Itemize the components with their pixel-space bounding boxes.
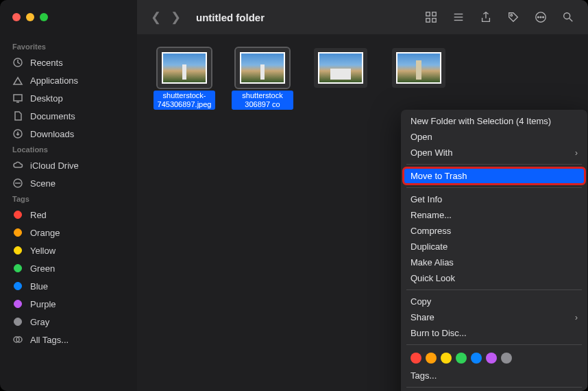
sidebar-item[interactable]: Green <box>0 259 137 277</box>
svg-point-12 <box>564 13 570 19</box>
menu-item-label: Duplicate <box>411 241 448 252</box>
menu-item-label: Quick Look <box>411 273 455 283</box>
minimize-window-button[interactable] <box>26 13 34 21</box>
group-icon[interactable] <box>452 11 465 23</box>
menu-item-label: Open <box>411 132 432 142</box>
menu-item[interactable]: Open With› <box>401 145 587 161</box>
file-thumbnail <box>236 48 289 88</box>
menu-item[interactable]: Make Alias <box>401 254 587 270</box>
sidebar-item-label: Blue <box>30 281 48 292</box>
sidebar-item-label: Purple <box>30 299 56 309</box>
menu-item[interactable]: New Folder with Selection (4 Items) <box>401 113 587 129</box>
sidebar-item-label: Scene <box>30 178 56 189</box>
svg-rect-15 <box>14 95 22 101</box>
close-window-button[interactable] <box>12 13 21 21</box>
tag-color-button[interactable] <box>501 353 512 364</box>
menu-item-label: Make Alias <box>411 257 454 268</box>
svg-point-10 <box>540 16 541 18</box>
menu-item[interactable]: Copy <box>401 294 587 309</box>
menu-item[interactable]: Rename... <box>401 207 587 223</box>
menu-item[interactable]: Share› <box>401 309 587 325</box>
tag-color-button[interactable] <box>471 353 482 364</box>
tag-color-button[interactable] <box>426 353 437 364</box>
all-tags-icon <box>12 334 23 345</box>
search-icon[interactable] <box>562 11 574 23</box>
sidebar-item[interactable]: All Tags... <box>0 331 137 348</box>
menu-item[interactable]: Quick Look <box>401 270 587 286</box>
share-icon[interactable] <box>480 11 492 23</box>
tag-color-button[interactable] <box>411 353 421 364</box>
menu-item-label: New Folder with Selection (4 Items) <box>411 116 551 126</box>
sidebar-item-label: Green <box>30 263 55 274</box>
menu-item-label: Rename... <box>411 210 452 220</box>
sidebar-item[interactable]: Purple <box>0 295 137 313</box>
view-grid-icon[interactable] <box>425 11 437 23</box>
menu-item[interactable]: Tags... <box>401 368 587 383</box>
menu-item[interactable]: Compress <box>401 223 587 239</box>
fullscreen-window-button[interactable] <box>40 13 48 21</box>
tag-dot-icon <box>12 227 23 238</box>
sidebar-item[interactable]: Blue <box>0 277 137 295</box>
doc-icon <box>12 110 23 121</box>
sidebar-item[interactable]: iCloud Drive <box>0 156 137 174</box>
sidebar-section-header: Favorites <box>0 40 137 54</box>
menu-item[interactable]: Move to Trash <box>404 168 585 184</box>
menu-item[interactable]: Open <box>401 129 587 145</box>
menu-item-label: Get Info <box>411 194 442 204</box>
svg-point-7 <box>511 14 513 16</box>
sidebar-item-label: Downloads <box>30 129 74 139</box>
sidebar-item[interactable]: Recents <box>0 54 137 71</box>
tag-color-button[interactable] <box>441 353 452 364</box>
menu-item[interactable]: Burn to Disc... <box>401 325 587 341</box>
sidebar-item-label: Gray <box>30 317 49 327</box>
actions-icon[interactable] <box>535 11 547 23</box>
sidebar-item[interactable]: Scene <box>0 174 137 192</box>
file-item[interactable]: shutterstock 306897 co <box>232 48 293 110</box>
menu-item-label: Open With <box>411 147 452 158</box>
sidebar-item[interactable]: Red <box>0 206 137 224</box>
file-item[interactable] <box>310 48 371 88</box>
sidebar-item-label: Applications <box>30 75 78 86</box>
forward-button[interactable]: ❯ <box>171 10 181 25</box>
svg-rect-0 <box>426 12 430 16</box>
sidebar-item[interactable]: Orange <box>0 224 137 241</box>
svg-point-11 <box>543 16 544 18</box>
tag-dot-icon <box>12 298 23 309</box>
sidebar-item[interactable]: Downloads <box>0 125 137 143</box>
tag-color-button[interactable] <box>456 353 467 364</box>
menu-item-label: Copy <box>411 296 431 307</box>
menu-tag-colors <box>401 348 587 368</box>
file-item[interactable]: shutterstock-745306897.jpeg <box>154 48 215 110</box>
menu-item-label: Tags... <box>411 370 437 381</box>
apps-icon <box>12 75 23 86</box>
back-button[interactable]: ❮ <box>151 10 161 25</box>
toolbar-actions <box>425 11 574 23</box>
tag-icon[interactable] <box>507 11 519 23</box>
menu-item[interactable]: Duplicate <box>401 239 587 254</box>
titlebar: ❮ ❯ untitled folder <box>0 0 588 34</box>
content-area: shutterstock-745306897.jpegshutterstock … <box>137 34 588 391</box>
svg-rect-2 <box>426 19 430 22</box>
sidebar-item[interactable]: Gray <box>0 313 137 331</box>
sidebar-item[interactable]: Desktop <box>0 89 137 107</box>
window-controls <box>0 0 137 34</box>
svg-point-9 <box>538 16 539 18</box>
menu-item[interactable]: Get Info <box>401 191 587 207</box>
sidebar-item-label: Recents <box>30 58 63 68</box>
sidebar-item[interactable]: Applications <box>0 71 137 89</box>
chevron-right-icon: › <box>575 313 578 322</box>
chevron-right-icon: › <box>575 148 578 158</box>
cloud-icon <box>12 160 23 171</box>
file-thumbnail <box>158 48 211 88</box>
sidebar-item[interactable]: Documents <box>0 107 137 125</box>
menu-separator <box>406 289 582 290</box>
sidebar-item-label: Orange <box>30 228 60 238</box>
context-menu: New Folder with Selection (4 Items)OpenO… <box>401 110 587 391</box>
clock-icon <box>12 57 23 68</box>
tag-color-button[interactable] <box>486 353 497 364</box>
menu-item-label: Move to Trash <box>411 171 467 181</box>
tag-dot-icon <box>12 263 23 274</box>
sidebar-item-label: Desktop <box>30 93 63 104</box>
file-item[interactable] <box>388 48 450 88</box>
sidebar-item[interactable]: Yellow <box>0 241 137 259</box>
